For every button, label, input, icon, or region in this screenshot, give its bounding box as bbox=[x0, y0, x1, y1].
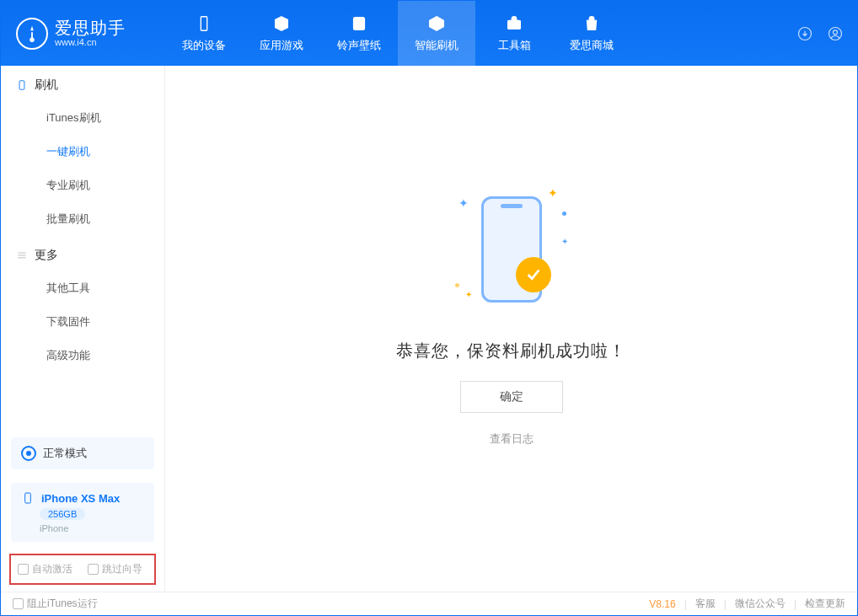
mode-icon bbox=[21, 446, 36, 461]
device-card[interactable]: iPhone XS Max 256GB iPhone bbox=[11, 483, 154, 542]
footer-link-support[interactable]: 客服 bbox=[695, 597, 716, 611]
app-title: 爱思助手 bbox=[55, 19, 126, 37]
sidebar-item-batch-flash[interactable]: 批量刷机 bbox=[1, 202, 164, 236]
footer-link-wechat[interactable]: 微信公众号 bbox=[735, 597, 786, 611]
nav-store[interactable]: 爱思商城 bbox=[553, 1, 630, 66]
dot-icon bbox=[455, 283, 459, 287]
footer-link-update[interactable]: 检查更新 bbox=[805, 597, 845, 611]
dot-icon bbox=[562, 212, 566, 216]
close-button[interactable] bbox=[844, 6, 850, 9]
sidebar-item-other-tools[interactable]: 其他工具 bbox=[1, 271, 164, 305]
checkbox-label: 跳过向导 bbox=[102, 563, 142, 575]
download-icon[interactable] bbox=[795, 24, 815, 44]
checkbox-block-itunes[interactable]: 阻止iTunes运行 bbox=[13, 597, 98, 611]
section-title: 更多 bbox=[35, 248, 58, 263]
nav-label: 应用游戏 bbox=[260, 38, 303, 53]
shirt-icon[interactable] bbox=[776, 6, 783, 9]
main-content: ✦ ✦ ✦ ✦ 恭喜您，保资料刷机成功啦！ 确定 查看日志 bbox=[165, 66, 857, 592]
checkbox-label: 自动激活 bbox=[32, 563, 72, 575]
nav-label: 爱思商城 bbox=[570, 38, 614, 53]
sidebar-item-itunes-flash[interactable]: iTunes刷机 bbox=[1, 101, 164, 135]
logo-icon bbox=[16, 18, 48, 50]
nav-ringtone[interactable]: 铃声壁纸 bbox=[320, 1, 398, 66]
top-nav: 我的设备 应用游戏 铃声壁纸 智能刷机 工具箱 爱思商城 bbox=[165, 1, 630, 66]
nav-label: 智能刷机 bbox=[415, 38, 458, 53]
mode-label: 正常模式 bbox=[43, 446, 87, 461]
svg-rect-10 bbox=[25, 493, 31, 503]
sidebar-item-advanced[interactable]: 高级功能 bbox=[1, 339, 164, 372]
success-message: 恭喜您，保资料刷机成功啦！ bbox=[396, 340, 626, 362]
nav-label: 铃声壁纸 bbox=[337, 38, 381, 53]
checkbox-label: 阻止iTunes运行 bbox=[27, 597, 98, 609]
lock-icon[interactable] bbox=[790, 6, 796, 9]
svg-rect-9 bbox=[19, 81, 24, 90]
nav-label: 我的设备 bbox=[182, 38, 226, 53]
sidebar-item-firmware[interactable]: 下载固件 bbox=[1, 305, 164, 339]
sidebar-section-more: 更多 bbox=[1, 236, 164, 271]
nav-flash[interactable]: 智能刷机 bbox=[398, 1, 475, 66]
app-subtitle: www.i4.cn bbox=[55, 37, 126, 47]
checkbox-skip-guide[interactable]: 跳过向导 bbox=[88, 562, 142, 576]
nav-toolbox[interactable]: 工具箱 bbox=[475, 1, 553, 66]
window-controls bbox=[776, 6, 850, 9]
sidebar-item-pro-flash[interactable]: 专业刷机 bbox=[1, 169, 164, 202]
nav-my-device[interactable]: 我的设备 bbox=[165, 1, 243, 66]
ok-button[interactable]: 确定 bbox=[460, 381, 563, 413]
svg-rect-3 bbox=[201, 17, 206, 31]
bag-icon bbox=[582, 13, 602, 34]
header-right bbox=[795, 24, 857, 44]
view-log-link[interactable]: 查看日志 bbox=[490, 431, 534, 447]
status-bar: 阻止iTunes运行 V8.16 | 客服 | 微信公众号 | 检查更新 bbox=[1, 592, 857, 615]
minimize-button[interactable] bbox=[817, 6, 823, 9]
music-icon bbox=[349, 13, 369, 34]
svg-point-2 bbox=[29, 37, 35, 42]
sparkle-icon: ✦ bbox=[548, 186, 558, 200]
nav-label: 工具箱 bbox=[498, 38, 531, 53]
cube-icon bbox=[271, 13, 292, 34]
device-icon bbox=[194, 13, 214, 34]
device-type: iPhone bbox=[40, 523, 68, 533]
toolbox-icon bbox=[504, 13, 524, 34]
mode-card[interactable]: 正常模式 bbox=[11, 437, 154, 469]
version-label: V8.16 bbox=[649, 598, 675, 610]
device-name: iPhone XS Max bbox=[41, 492, 120, 505]
flash-options-highlight: 自动激活 跳过向导 bbox=[9, 554, 156, 585]
sidebar-section-flash: 刷机 bbox=[1, 66, 164, 101]
maximize-button[interactable] bbox=[830, 6, 837, 9]
sidebar-item-oneclick-flash[interactable]: 一键刷机 bbox=[1, 135, 164, 169]
section-title: 刷机 bbox=[35, 78, 58, 93]
user-icon[interactable] bbox=[825, 24, 845, 44]
checkbox-auto-activate[interactable]: 自动激活 bbox=[18, 562, 72, 576]
success-illustration: ✦ ✦ ✦ ✦ bbox=[440, 178, 583, 321]
menu-icon[interactable] bbox=[803, 6, 810, 9]
check-badge-icon bbox=[516, 257, 551, 292]
device-capacity-badge: 256GB bbox=[40, 508, 85, 520]
sparkle-icon: ✦ bbox=[561, 237, 568, 246]
svg-point-8 bbox=[834, 29, 838, 34]
app-header: 爱思助手 www.i4.cn 我的设备 应用游戏 铃声壁纸 智能刷机 工具箱 爱… bbox=[1, 1, 857, 66]
sparkle-icon: ✦ bbox=[465, 290, 472, 299]
nav-apps[interactable]: 应用游戏 bbox=[243, 1, 320, 66]
sidebar: 刷机 iTunes刷机 一键刷机 专业刷机 批量刷机 更多 其他工具 下载固件 … bbox=[1, 66, 165, 592]
refresh-icon bbox=[426, 13, 447, 34]
app-logo: 爱思助手 www.i4.cn bbox=[1, 18, 165, 50]
sparkle-icon: ✦ bbox=[458, 196, 469, 210]
